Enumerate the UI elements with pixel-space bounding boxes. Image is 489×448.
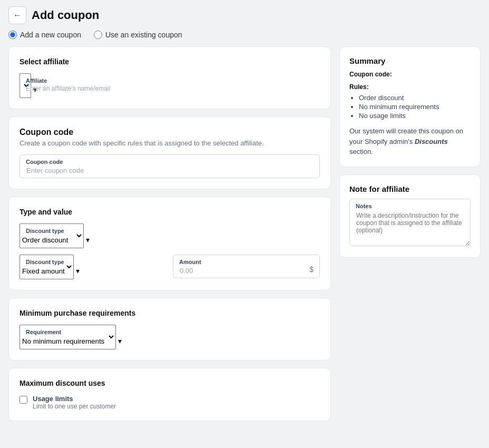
sub-discount-type-select[interactable]: Fixed amount Percentage — [19, 255, 74, 279]
summary-rules: Order discount No minimum requirements N… — [349, 94, 471, 120]
affiliate-select[interactable] — [19, 73, 31, 98]
radio-add-new[interactable]: Add a new coupon — [8, 31, 81, 39]
sub-discount-type-wrapper: Discount type Fixed amount Percentage ▾ — [19, 255, 167, 279]
coupon-code-wrapper: Coupon code — [19, 154, 320, 178]
summary-note: Our system will create this coupon on yo… — [349, 126, 471, 157]
notes-title: Note for affiliate — [349, 184, 471, 193]
notes-textarea-wrapper: Notes — [349, 199, 471, 248]
affiliate-card: Select affiliate Affiliate Enter an affi… — [8, 46, 331, 109]
coupon-code-desc: Create a coupon code with specific rules… — [19, 139, 320, 147]
back-icon: ← — [13, 11, 22, 20]
summary-rule-3: No usage limits — [359, 112, 471, 120]
summary-rule-2: No minimum requirements — [359, 103, 471, 111]
requirement-select-wrapper: Requirement No minimum requirements Mini… — [19, 325, 320, 349]
summary-card: Summary Coupon code: Rules: Order discou… — [339, 46, 481, 167]
amount-wrapper: Amount $ — [173, 255, 320, 279]
affiliate-section-title: Select affiliate — [19, 57, 320, 66]
usage-limits-text: Usage limits Limit to one use per custom… — [33, 395, 116, 410]
summary-title: Summary — [349, 56, 471, 65]
sub-discount-type-chevron-icon: ▾ — [76, 267, 80, 275]
summary-rule-1: Order discount — [359, 94, 471, 102]
notes-textarea[interactable] — [349, 199, 471, 246]
requirement-select[interactable]: No minimum requirements Minimum purchase… — [19, 325, 116, 349]
discount-type-main-wrapper: Discount type Order discount Product dis… — [19, 223, 320, 248]
affiliate-placeholder: Enter an affiliate's name/email — [26, 85, 110, 92]
coupon-code-title: Coupon code — [19, 128, 320, 137]
minimum-purchase-card: Minimum purchase requirements Requiremen… — [8, 298, 331, 361]
discount-type-main-select[interactable]: Order discount Product discount — [19, 223, 84, 248]
coupon-code-card: Coupon code Create a coupon code with sp… — [8, 116, 331, 189]
radio-use-existing[interactable]: Use an existing coupon — [94, 31, 182, 39]
amount-input[interactable] — [173, 255, 320, 278]
radio-use-existing-input[interactable] — [94, 31, 102, 39]
type-value-card: Type and value Discount type Order disco… — [8, 197, 331, 290]
notes-card: Note for affiliate Notes — [339, 174, 481, 258]
coupon-code-input[interactable] — [19, 154, 320, 178]
summary-note-italic: Discounts — [415, 138, 448, 145]
page-title: Add coupon — [32, 8, 99, 22]
radio-add-new-input[interactable] — [8, 31, 17, 39]
radio-group: Add a new coupon Use an existing coupon — [8, 31, 481, 39]
usage-limits-sublabel: Limit to one use per customer — [33, 403, 116, 410]
sub-discount-row: Discount type Fixed amount Percentage ▾ … — [19, 255, 320, 279]
usage-limits-checkbox[interactable] — [19, 396, 27, 404]
summary-rules-label: Rules: — [349, 83, 471, 91]
affiliate-chevron-icon: ▾ — [33, 85, 37, 94]
requirement-chevron-icon: ▾ — [118, 337, 122, 345]
radio-add-new-label: Add a new coupon — [20, 31, 81, 39]
type-value-title: Type and value — [19, 208, 320, 216]
minimum-purchase-title: Minimum purchase requirements — [19, 309, 320, 317]
usage-limits-label: Usage limits — [33, 395, 116, 403]
discount-type-main-chevron-icon: ▾ — [86, 236, 90, 244]
maximum-uses-title: Maximum discount uses — [19, 379, 320, 387]
affiliate-select-wrapper: Affiliate Enter an affiliate's name/emai… — [19, 73, 320, 98]
summary-coupon-code-label: Coupon code: — [349, 71, 471, 78]
maximum-uses-card: Maximum discount uses Usage limits Limit… — [8, 368, 331, 421]
back-button[interactable]: ← — [8, 6, 26, 24]
usage-limits-row: Usage limits Limit to one use per custom… — [19, 395, 320, 410]
radio-use-existing-label: Use an existing coupon — [105, 31, 182, 39]
